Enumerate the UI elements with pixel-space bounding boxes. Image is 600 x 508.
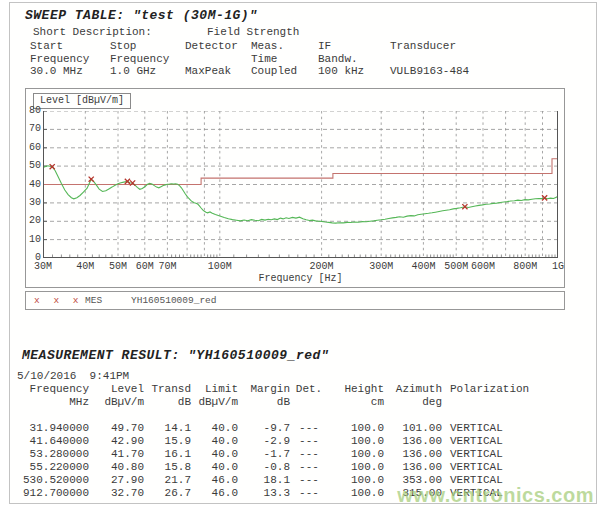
result-cell: 912.700000 [17,487,89,500]
legend-series-label: MES [85,292,102,309]
sweep-parameter-text: IF [318,40,390,53]
result-cell: 32.70 [89,487,144,500]
x-tick-label: 100M [200,261,240,272]
table-row: 41.64000042.9015.940.0-2.9---100.0136.00… [17,435,552,448]
result-column-unit: MHz [17,396,89,409]
x-tick-label: 70M [147,261,187,272]
chart-canvas [43,111,558,258]
result-cell: 100.0 [328,474,384,487]
chart-plot-area [43,111,558,258]
result-cell: VERTICAL [442,409,552,435]
result-column-unit [442,396,552,409]
result-cell: -2.9 [238,435,290,448]
result-column-header: Margin [238,383,290,396]
sweep-parameter-text: Start [30,40,110,53]
result-cell: 136.00 [384,461,442,474]
short-description-value: Field Strength [207,26,299,38]
result-column-unit: dBµV/m [191,396,238,409]
result-column-header: Frequency [17,383,89,396]
sweep-parameter-text: Coupled [251,65,318,78]
result-cell: 41.640000 [17,435,89,448]
result-column-unit: dB [144,396,191,409]
result-column-header: Transd [144,383,191,396]
chart-legend: x x x MES YH160510009_red [25,291,565,310]
sweep-parameter-column: Detector MaxPeak [185,40,251,78]
measurement-result-title: MEASUREMENT RESULT: "YH160510009_red" [17,348,587,363]
result-cell: 100.0 [328,461,384,474]
result-cell: --- [290,474,328,487]
sweep-parameter-text: Meas. [251,40,318,53]
result-cell: 18.1 [238,474,290,487]
level-chart: Level [dBµV/m] 8070605040302010030M40M50… [25,88,565,288]
table-row: 31.94000049.7014.140.0-9.7---100.0101.00… [17,409,552,435]
result-column-header: Azimuth [384,383,442,396]
result-column-unit: dBµV/m [89,396,144,409]
result-column-unit: dB [238,396,290,409]
result-cell: 40.0 [191,448,238,461]
result-cell: -0.8 [238,461,290,474]
table-header-row: FrequencyLevelTransdLimitMarginDet.Heigh… [17,383,552,396]
result-cell: 530.520000 [17,474,89,487]
result-cell: 46.0 [191,474,238,487]
y-tick-label: 40 [26,180,41,190]
result-column-header: Det. [290,383,328,396]
y-tick-label: 20 [26,216,41,226]
result-column-header: Level [89,383,144,396]
result-cell: 15.8 [144,461,191,474]
legend-trace-label: YH160510009_red [131,292,217,309]
result-cell: --- [290,448,328,461]
result-column-header: Polarization [442,383,552,396]
result-cell: 40.0 [191,435,238,448]
sweep-parameter-text [390,53,580,66]
sweep-parameter-text: Bandw. [318,53,390,66]
sweep-parameter-text [185,53,251,66]
result-cell: 14.1 [144,409,191,435]
sweep-parameter-text: Frequency [30,53,110,66]
y-tick-label: 80 [26,106,41,116]
y-tick-label: 30 [26,198,41,208]
measurement-result-section: MEASUREMENT RESULT: "YH160510009_red" 5/… [17,348,587,500]
result-cell: 15.9 [144,435,191,448]
sweep-parameter-column: Meas.TimeCoupled [251,40,318,78]
result-cell: 31.940000 [17,409,89,435]
result-cell: --- [290,409,328,435]
result-cell: -9.7 [238,409,290,435]
result-cell: 101.00 [384,409,442,435]
x-tick-label: 200M [302,261,342,272]
sweep-parameter-text: 30.0 MHz [30,65,110,78]
x-tick-label: 300M [361,261,401,272]
result-cell: 49.70 [89,409,144,435]
result-cell: 46.0 [191,487,238,500]
x-tick-label: 600M [463,261,503,272]
sweep-parameter-text: Stop [110,40,185,53]
result-cell: VERTICAL [442,461,552,474]
result-cell: 16.1 [144,448,191,461]
result-cell: 21.7 [144,474,191,487]
y-tick-label: 50 [26,161,41,171]
measurement-datetime: 5/10/2016 9:41PM [17,370,587,382]
y-tick-label: 60 [26,143,41,153]
table-units-row: MHzdBµV/mdBdBµV/mdB cmdeg [17,396,552,409]
result-cell: 27.90 [89,474,144,487]
x-tick-label: 1G [538,261,578,272]
result-cell: 100.0 [328,409,384,435]
sweep-parameter-text: Transducer [390,40,580,53]
sweep-parameter-text: 1.0 GHz [110,65,185,78]
result-column-unit: cm [328,396,384,409]
sweep-parameter-column: StopFrequency1.0 GHz [110,40,185,78]
measurement-table: FrequencyLevelTransdLimitMarginDet.Heigh… [17,383,552,500]
sweep-parameter-column: Transducer VULB9163-484 [390,40,580,78]
sweep-parameter-text: 100 kHz [318,65,390,78]
y-tick-label: 70 [26,124,41,134]
table-row: 55.22000040.8015.840.0-0.8---100.0136.00… [17,461,552,474]
result-cell: 26.7 [144,487,191,500]
result-column-header: Limit [191,383,238,396]
result-cell: -1.7 [238,448,290,461]
result-cell: 100.0 [328,487,384,500]
table-row: 53.28000041.7016.140.0-1.7---100.0136.00… [17,448,552,461]
x-tick-label: 30M [23,261,63,272]
result-column-header: Height [328,383,384,396]
result-cell: 40.0 [191,409,238,435]
result-cell: 40.80 [89,461,144,474]
result-column-unit: deg [384,396,442,409]
